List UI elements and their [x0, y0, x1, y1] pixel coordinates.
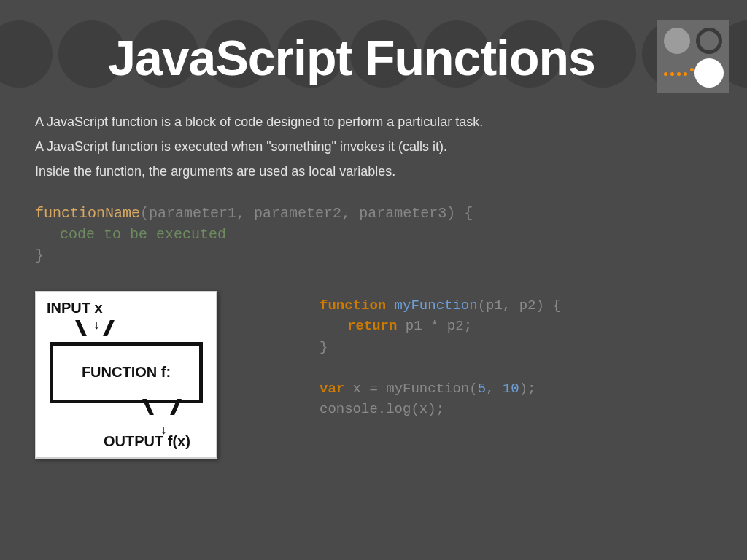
description: A JavaScript function is a block of code…	[35, 112, 712, 182]
diagram-input-label: INPUT x	[47, 300, 103, 316]
desc-line-3: Inside the function, the arguments are u…	[35, 162, 712, 182]
syntax-fn-name: functionName	[35, 205, 140, 222]
function-syntax: functionName(parameter1, parameter2, par…	[35, 203, 712, 266]
desc-line-1: A JavaScript function is a block of code…	[35, 112, 712, 133]
logo-icon	[657, 20, 729, 93]
funnel-out-icon	[146, 399, 178, 416]
slide-content: JavaScript Functions A JavaScript functi…	[0, 0, 747, 488]
diagram-output-label: OUTPUT f(x)	[104, 433, 190, 450]
function-diagram: INPUT x ↓ FUNCTION f: ↓ OUTPUT f(x)	[35, 291, 217, 459]
code-example: function myFunction(p1, p2) { return p1 …	[320, 295, 561, 420]
funnel-in-icon	[79, 320, 111, 338]
desc-line-2: A JavaScript function is executed when "…	[35, 137, 712, 158]
syntax-body: code to be executed	[60, 226, 226, 243]
slide-title: JavaScript Functions	[35, 29, 668, 86]
diagram-box-label: FUNCTION f:	[50, 342, 203, 403]
